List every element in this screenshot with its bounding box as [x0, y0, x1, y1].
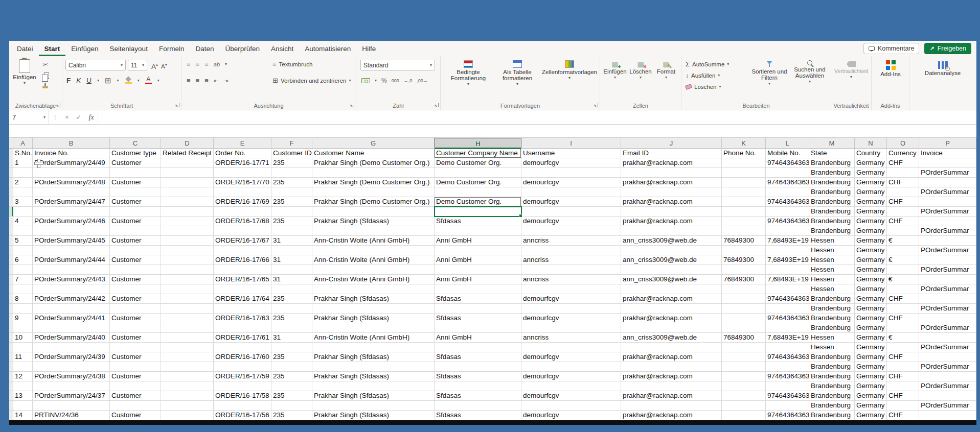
cell[interactable]: Brandenburg — [809, 207, 855, 217]
thousands-separator-icon[interactable]: 000 — [392, 78, 399, 83]
cell[interactable]: 10 — [13, 333, 33, 343]
cell[interactable]: Brandenburg — [809, 372, 855, 381]
select-all-corner[interactable] — [9, 138, 13, 149]
cell[interactable] — [766, 343, 809, 352]
cell[interactable] — [521, 304, 621, 314]
cell[interactable]: POrderSummary/24/39 — [33, 352, 110, 362]
name-box[interactable]: 7 ▾ — [9, 110, 49, 124]
number-dialog-launcher-icon[interactable] — [435, 103, 439, 107]
cell[interactable] — [13, 168, 33, 178]
cell[interactable]: POrderSummar — [919, 187, 976, 197]
cell[interactable]: 235 — [271, 197, 312, 207]
share-button[interactable]: ↗ Freigeben — [924, 43, 971, 54]
cell[interactable]: Hessen — [809, 343, 855, 352]
cell[interactable] — [13, 226, 33, 236]
cell[interactable] — [621, 323, 722, 333]
cell[interactable] — [13, 323, 33, 333]
cell[interactable] — [887, 284, 919, 294]
align-right-icon[interactable]: ≡ — [204, 77, 209, 84]
cell[interactable]: Anni GmbH — [435, 275, 521, 284]
cell[interactable] — [722, 343, 766, 352]
cell[interactable]: Ann-Cristin Woite (Anni GmbH) — [312, 236, 435, 246]
row-header[interactable] — [9, 207, 13, 217]
cell[interactable]: POrderSummar — [919, 246, 976, 255]
cell[interactable] — [435, 304, 521, 314]
row-header[interactable] — [9, 314, 13, 323]
cell[interactable] — [435, 343, 521, 352]
row-header[interactable] — [9, 178, 13, 187]
cell[interactable]: 2 — [13, 178, 33, 187]
cancel-icon[interactable]: × — [61, 113, 73, 121]
cell[interactable]: Germany — [855, 343, 887, 352]
underline-button[interactable]: U — [86, 77, 92, 84]
column-header-H[interactable]: H — [435, 138, 521, 149]
cell[interactable]: Brandenburg — [809, 217, 855, 226]
cell[interactable]: Prakhar Singh (Demo Customer Org.) — [312, 158, 435, 168]
cell[interactable]: € — [887, 236, 919, 246]
cell[interactable] — [312, 207, 435, 217]
cell[interactable]: 14 — [13, 411, 33, 420]
cell[interactable]: 7,68493E+19 — [766, 236, 809, 246]
cell[interactable]: Brandenburg — [809, 178, 855, 187]
find-select-button[interactable]: Suchen und Auswählen ▾ — [791, 60, 829, 84]
cell[interactable]: Brandenburg — [809, 314, 855, 323]
cell[interactable] — [214, 284, 271, 294]
cell[interactable]: Brandenburg — [809, 168, 855, 178]
formula-input[interactable] — [98, 110, 976, 124]
row-header[interactable] — [9, 217, 13, 226]
cell[interactable] — [161, 294, 214, 304]
cell[interactable]: Customer Name — [312, 149, 435, 158]
cell[interactable]: POrderSummary/24/38 — [33, 372, 110, 381]
grow-font-icon[interactable]: A▴ — [151, 61, 158, 70]
cell[interactable]: 97464364363 — [766, 158, 809, 168]
conditional-formatting-button[interactable]: Bedingte Formatierung ▾ — [445, 60, 492, 86]
italic-button[interactable]: K — [76, 77, 81, 84]
align-top-icon[interactable]: ≡ — [187, 61, 191, 68]
cell[interactable] — [271, 226, 312, 236]
column-header-K[interactable]: K — [722, 138, 766, 149]
cell[interactable] — [435, 187, 521, 197]
cell[interactable] — [919, 197, 976, 207]
cell[interactable] — [722, 246, 766, 255]
column-header-A[interactable]: A — [13, 138, 33, 149]
row-header[interactable] — [9, 391, 13, 401]
cell[interactable]: ORDER/16-17/60 — [214, 352, 271, 362]
cell[interactable] — [33, 284, 110, 294]
cell[interactable]: ORDER/16-17/71 — [214, 158, 271, 168]
cell[interactable] — [722, 372, 766, 381]
cell[interactable]: Prakhar Singh (Sfdasas) — [312, 314, 435, 323]
cell[interactable] — [887, 246, 919, 255]
cell[interactable] — [33, 381, 110, 391]
cell[interactable]: Sfdasas — [435, 391, 521, 401]
cell[interactable]: ORDER/16-17/69 — [214, 197, 271, 207]
column-header-G[interactable]: G — [312, 138, 435, 149]
cell[interactable] — [161, 187, 214, 197]
cell[interactable]: Customer — [110, 352, 161, 362]
cell[interactable]: Germany — [855, 226, 887, 236]
cell[interactable] — [919, 411, 976, 420]
cell[interactable]: ORDER/16-17/68 — [214, 217, 271, 226]
cell[interactable]: Username — [521, 149, 621, 158]
cell[interactable]: Brandenburg — [809, 401, 855, 411]
cell[interactable] — [766, 381, 809, 391]
cell[interactable] — [621, 304, 722, 314]
cell[interactable] — [722, 207, 766, 217]
cell[interactable] — [271, 362, 312, 372]
cell[interactable] — [919, 255, 976, 265]
cell[interactable] — [312, 168, 435, 178]
cell[interactable]: Germany — [855, 217, 887, 226]
cell[interactable] — [887, 381, 919, 391]
percent-format-icon[interactable]: % — [381, 77, 387, 84]
cell[interactable] — [919, 178, 976, 187]
cell[interactable]: 235 — [271, 411, 312, 420]
cell[interactable] — [521, 168, 621, 178]
cell[interactable] — [722, 294, 766, 304]
cell[interactable] — [919, 372, 976, 381]
cell[interactable] — [161, 226, 214, 236]
cell[interactable]: prakhar@racknap.com — [621, 217, 722, 226]
cell[interactable]: 235 — [271, 352, 312, 362]
cell[interactable] — [766, 265, 809, 275]
cell[interactable] — [722, 197, 766, 207]
cell[interactable] — [766, 323, 809, 333]
cell[interactable]: Germany — [855, 304, 887, 314]
